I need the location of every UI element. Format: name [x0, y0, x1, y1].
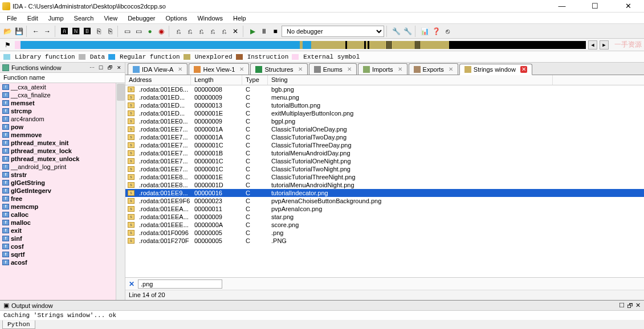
menu-windows[interactable]: Windows	[193, 14, 227, 23]
panel-max-icon[interactable]: 🗗	[107, 64, 113, 71]
function-row[interactable]: fmemmove	[0, 131, 125, 139]
menu-jump[interactable]: Jump	[44, 14, 68, 23]
tool-k[interactable]: ⎌	[219, 26, 229, 36]
function-row[interactable]: fcalloc	[0, 211, 125, 219]
string-row[interactable]: s.rodata:001EE7...0000001ACClassicTutori…	[125, 133, 644, 141]
function-row[interactable]: fstrcmp	[0, 107, 125, 115]
back-icon[interactable]: ←	[31, 26, 41, 36]
tool-f[interactable]: ▭	[133, 26, 144, 36]
fwd-icon[interactable]: →	[42, 26, 52, 36]
open-icon[interactable]: 📂	[2, 26, 13, 36]
tool-b[interactable]: 🅽	[71, 26, 81, 36]
panel-undock-icon[interactable]: ☐	[97, 64, 104, 71]
tab-close-icon[interactable]: ✕	[398, 66, 402, 72]
tool-binary[interactable]: 🅱	[82, 26, 92, 36]
function-row[interactable]: fstrstr	[0, 171, 125, 179]
tool-h[interactable]: ⎌	[185, 26, 195, 36]
tool-o[interactable]: ❓	[431, 26, 441, 36]
string-row[interactable]: s.rodata:001EE7...0000001ACClassicTutori…	[125, 125, 644, 133]
tab-ida-view-a[interactable]: IDA View-A✕	[128, 63, 188, 75]
tool-l[interactable]: 🔧	[391, 26, 401, 36]
string-row[interactable]: s.rodata:001F270F00000005C.PNG	[125, 237, 644, 245]
tab-hex-view-1[interactable]: Hex View-1✕	[189, 63, 249, 75]
string-row[interactable]: s.rodata:001EEA...00000009Cstar.png	[125, 213, 644, 221]
strings-grid[interactable]: s.rodata:001ED6...00000008Cbgb.pngs.roda…	[125, 85, 644, 277]
menu-search[interactable]: Search	[70, 14, 99, 23]
output-max-icon[interactable]: 🗗	[627, 302, 633, 309]
function-row[interactable]: facosf	[0, 258, 125, 266]
function-row[interactable]: fmemset	[0, 99, 125, 107]
maximize-button[interactable]: ☐	[584, 0, 606, 13]
col-type[interactable]: Type	[242, 75, 268, 85]
play-icon[interactable]: ▶	[247, 26, 258, 36]
function-row[interactable]: fglGetIntegerv	[0, 187, 125, 195]
function-row[interactable]: fpthread_mutex_lock	[0, 147, 125, 155]
panel-menu-icon[interactable]: ⋯	[88, 64, 95, 71]
tab-close-icon[interactable]: ✕	[347, 66, 352, 72]
menu-options[interactable]: Options	[161, 14, 191, 23]
tab-exports[interactable]: Exports✕	[409, 63, 458, 75]
save-icon[interactable]: 💾	[14, 26, 24, 36]
nav-band[interactable]	[15, 41, 586, 49]
tab-close-icon[interactable]: ✕	[449, 66, 453, 72]
functions-column-header[interactable]: Function name	[0, 73, 125, 83]
function-row[interactable]: fmemcmp	[0, 203, 125, 211]
search-input[interactable]	[138, 279, 222, 289]
search-clear-icon[interactable]: ✕	[129, 280, 134, 288]
panel-close-icon[interactable]: ✕	[116, 64, 123, 71]
col-address[interactable]: Address	[125, 75, 191, 85]
string-row[interactable]: s.rodata:001EE7...0000001BCtutorialMenuA…	[125, 149, 644, 157]
col-length[interactable]: Length	[191, 75, 242, 85]
pause-icon[interactable]: ⏸	[259, 26, 269, 36]
function-row[interactable]: fexit	[0, 227, 125, 235]
function-row[interactable]: ffree	[0, 195, 125, 203]
debugger-select[interactable]: No debugger	[282, 26, 384, 37]
string-row[interactable]: s.rodata:001EEA...00000011CpvpArenaIcon.…	[125, 205, 644, 213]
stop-icon[interactable]: ◉	[156, 26, 166, 36]
function-row[interactable]: f__cxa_atexit	[0, 83, 125, 91]
function-row[interactable]: f__cxa_finalize	[0, 91, 125, 99]
menu-file[interactable]: File	[2, 14, 22, 23]
menu-help[interactable]: Help	[229, 14, 251, 23]
output-undock-icon[interactable]: ☐	[619, 302, 625, 309]
function-row[interactable]: fpow	[0, 123, 125, 131]
function-row[interactable]: f__android_log_print	[0, 163, 125, 171]
function-row[interactable]: fpthread_mutex_init	[0, 139, 125, 147]
menu-debugger[interactable]: Debugger	[123, 14, 160, 23]
close-button[interactable]: ✕	[617, 0, 639, 13]
string-row[interactable]: s.rodata:001ED...00000013CtutorialButton…	[125, 101, 644, 109]
string-row[interactable]: s.rodata:001EE9...00000016CtutorialIndec…	[125, 189, 644, 197]
string-row[interactable]: s.rodata:001EE7...0000001CCClassicTutori…	[125, 141, 644, 149]
string-row[interactable]: s.rodata:001EE8...0000001DCtutorialMenuA…	[125, 181, 644, 189]
string-row[interactable]: s.rodata:001EEE...0000000ACscore.png	[125, 221, 644, 229]
output-close-icon[interactable]: ✕	[635, 302, 641, 309]
tab-imports[interactable]: Imports✕	[358, 63, 407, 75]
python-tab[interactable]: Python	[2, 320, 35, 329]
tab-strings-window[interactable]: Strings window✕	[459, 64, 532, 75]
tab-close-icon[interactable]: ✕	[520, 66, 527, 73]
function-row[interactable]: fsqrtf	[0, 250, 125, 258]
tab-structures[interactable]: Structures✕	[250, 63, 307, 75]
nav-options-icon[interactable]: ⚑	[2, 40, 13, 50]
string-row[interactable]: s.rodata:001F009600000005C.png	[125, 229, 644, 237]
run-icon[interactable]: ●	[145, 26, 155, 36]
string-row[interactable]: s.rodata:001EE7...0000001CCClassicTutori…	[125, 157, 644, 165]
function-row[interactable]: fglGetString	[0, 179, 125, 187]
string-row[interactable]: s.rodata:001EE7...0000001CCClassicTutori…	[125, 165, 644, 173]
nav-right[interactable]: ►	[600, 40, 609, 50]
string-row[interactable]: s.rodata:001ED...0000001ECexitMultiplaye…	[125, 109, 644, 117]
function-row[interactable]: farc4random	[0, 115, 125, 123]
tab-enums[interactable]: Enums✕	[309, 63, 357, 75]
function-row[interactable]: fcosf	[0, 242, 125, 250]
stop2-icon[interactable]: ■	[270, 26, 280, 36]
tab-close-icon[interactable]: ✕	[178, 66, 182, 72]
string-row[interactable]: s.rodata:001ED6...00000008Cbgb.png	[125, 85, 644, 93]
function-row[interactable]: fmalloc	[0, 219, 125, 227]
string-row[interactable]: s.rodata:001EE9F600000023CpvpArenaChoise…	[125, 197, 644, 205]
tool-g[interactable]: ⎌	[173, 26, 184, 36]
string-row[interactable]: s.rodata:001EE8...0000001ECClassicTutori…	[125, 173, 644, 181]
functions-list[interactable]: f__cxa_atexitf__cxa_finalizefmemsetfstrc…	[0, 83, 125, 300]
functions-scrollbar[interactable]	[116, 83, 125, 300]
function-row[interactable]: fsinf	[0, 235, 125, 242]
tool-d[interactable]: ⎘	[105, 26, 115, 36]
